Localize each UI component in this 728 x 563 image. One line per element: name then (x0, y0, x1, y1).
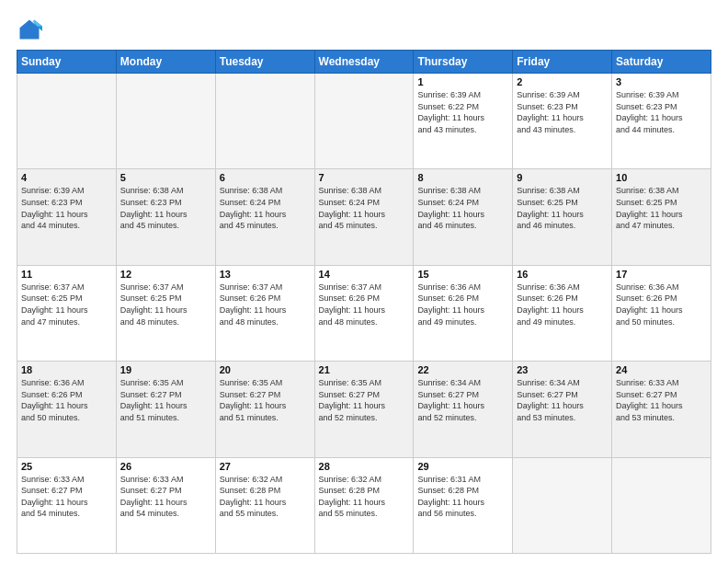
calendar-cell (612, 457, 711, 553)
calendar-cell: 9Sunrise: 6:38 AM Sunset: 6:25 PM Daylig… (513, 169, 612, 265)
calendar-cell: 18Sunrise: 6:36 AM Sunset: 6:26 PM Dayli… (17, 362, 117, 457)
day-number: 8 (417, 172, 508, 183)
day-info: Sunrise: 6:37 AM Sunset: 6:26 PM Dayligh… (220, 282, 311, 327)
day-info: Sunrise: 6:34 AM Sunset: 6:27 PM Dayligh… (417, 377, 508, 423)
day-number: 19 (120, 364, 211, 375)
day-info: Sunrise: 6:37 AM Sunset: 6:25 PM Dayligh… (120, 282, 211, 327)
calendar-cell: 25Sunrise: 6:33 AM Sunset: 6:27 PM Dayli… (17, 457, 117, 553)
header (17, 17, 711, 42)
calendar-cell: 17Sunrise: 6:36 AM Sunset: 6:26 PM Dayli… (612, 265, 711, 361)
calendar-week-row: 18Sunrise: 6:36 AM Sunset: 6:26 PM Dayli… (17, 362, 711, 457)
calendar-header-sunday: Sunday (17, 51, 117, 74)
day-number: 4 (21, 172, 112, 183)
day-number: 1 (417, 76, 508, 87)
day-info: Sunrise: 6:38 AM Sunset: 6:25 PM Dayligh… (517, 185, 608, 231)
calendar-week-row: 1Sunrise: 6:39 AM Sunset: 6:22 PM Daylig… (17, 74, 711, 169)
calendar-cell: 19Sunrise: 6:35 AM Sunset: 6:27 PM Dayli… (116, 362, 215, 457)
day-number: 14 (319, 269, 410, 280)
calendar-header-monday: Monday (116, 51, 215, 74)
day-number: 5 (120, 172, 211, 183)
calendar-cell (17, 74, 117, 169)
calendar-cell (116, 74, 215, 169)
day-number: 18 (21, 364, 112, 375)
day-info: Sunrise: 6:38 AM Sunset: 6:24 PM Dayligh… (220, 185, 311, 231)
calendar-cell: 27Sunrise: 6:32 AM Sunset: 6:28 PM Dayli… (215, 457, 314, 553)
day-number: 3 (616, 76, 707, 87)
day-number: 12 (120, 269, 211, 280)
day-number: 16 (517, 269, 608, 280)
calendar-cell: 7Sunrise: 6:38 AM Sunset: 6:24 PM Daylig… (314, 169, 414, 265)
day-number: 11 (21, 269, 112, 280)
day-info: Sunrise: 6:36 AM Sunset: 6:26 PM Dayligh… (417, 282, 508, 327)
calendar-header-saturday: Saturday (612, 51, 711, 74)
calendar-cell: 21Sunrise: 6:35 AM Sunset: 6:27 PM Dayli… (314, 362, 414, 457)
day-number: 10 (616, 172, 707, 183)
day-info: Sunrise: 6:37 AM Sunset: 6:26 PM Dayligh… (319, 282, 410, 327)
calendar-cell: 26Sunrise: 6:33 AM Sunset: 6:27 PM Dayli… (116, 457, 215, 553)
day-number: 13 (220, 269, 311, 280)
day-info: Sunrise: 6:33 AM Sunset: 6:27 PM Dayligh… (616, 377, 707, 423)
page: SundayMondayTuesdayWednesdayThursdayFrid… (0, 0, 728, 563)
day-info: Sunrise: 6:38 AM Sunset: 6:24 PM Dayligh… (319, 185, 410, 231)
calendar-cell: 14Sunrise: 6:37 AM Sunset: 6:26 PM Dayli… (314, 265, 414, 361)
calendar-cell: 23Sunrise: 6:34 AM Sunset: 6:27 PM Dayli… (513, 362, 612, 457)
day-number: 28 (319, 461, 410, 472)
day-info: Sunrise: 6:35 AM Sunset: 6:27 PM Dayligh… (120, 377, 211, 423)
day-info: Sunrise: 6:36 AM Sunset: 6:26 PM Dayligh… (21, 377, 112, 423)
day-info: Sunrise: 6:35 AM Sunset: 6:27 PM Dayligh… (319, 377, 410, 423)
day-info: Sunrise: 6:35 AM Sunset: 6:27 PM Dayligh… (220, 377, 311, 423)
calendar-week-row: 4Sunrise: 6:39 AM Sunset: 6:23 PM Daylig… (17, 169, 711, 265)
calendar-cell: 20Sunrise: 6:35 AM Sunset: 6:27 PM Dayli… (215, 362, 314, 457)
day-info: Sunrise: 6:39 AM Sunset: 6:23 PM Dayligh… (616, 89, 707, 135)
calendar-cell: 22Sunrise: 6:34 AM Sunset: 6:27 PM Dayli… (414, 362, 513, 457)
day-info: Sunrise: 6:33 AM Sunset: 6:27 PM Dayligh… (21, 474, 112, 520)
calendar-cell: 16Sunrise: 6:36 AM Sunset: 6:26 PM Dayli… (513, 265, 612, 361)
calendar-header-tuesday: Tuesday (215, 51, 314, 74)
day-number: 29 (417, 461, 508, 472)
calendar-cell: 2Sunrise: 6:39 AM Sunset: 6:23 PM Daylig… (513, 74, 612, 169)
calendar-week-row: 11Sunrise: 6:37 AM Sunset: 6:25 PM Dayli… (17, 265, 711, 361)
day-info: Sunrise: 6:31 AM Sunset: 6:28 PM Dayligh… (417, 474, 508, 520)
day-number: 26 (120, 461, 211, 472)
calendar-cell (314, 74, 414, 169)
calendar-header-wednesday: Wednesday (314, 51, 414, 74)
calendar-cell: 12Sunrise: 6:37 AM Sunset: 6:25 PM Dayli… (116, 265, 215, 361)
day-info: Sunrise: 6:38 AM Sunset: 6:23 PM Dayligh… (120, 185, 211, 231)
day-info: Sunrise: 6:39 AM Sunset: 6:22 PM Dayligh… (417, 89, 508, 135)
day-number: 20 (220, 364, 311, 375)
logo (17, 17, 46, 42)
calendar-cell: 3Sunrise: 6:39 AM Sunset: 6:23 PM Daylig… (612, 74, 711, 169)
calendar-cell: 10Sunrise: 6:38 AM Sunset: 6:25 PM Dayli… (612, 169, 711, 265)
day-number: 25 (21, 461, 112, 472)
day-number: 9 (517, 172, 608, 183)
day-info: Sunrise: 6:36 AM Sunset: 6:26 PM Dayligh… (517, 282, 608, 327)
day-number: 6 (220, 172, 311, 183)
day-number: 21 (319, 364, 410, 375)
day-info: Sunrise: 6:38 AM Sunset: 6:24 PM Dayligh… (417, 185, 508, 231)
calendar-cell: 11Sunrise: 6:37 AM Sunset: 6:25 PM Dayli… (17, 265, 117, 361)
day-info: Sunrise: 6:34 AM Sunset: 6:27 PM Dayligh… (517, 377, 608, 423)
calendar-header-friday: Friday (513, 51, 612, 74)
calendar-cell: 29Sunrise: 6:31 AM Sunset: 6:28 PM Dayli… (414, 457, 513, 553)
calendar-cell (215, 74, 314, 169)
calendar-cell: 8Sunrise: 6:38 AM Sunset: 6:24 PM Daylig… (414, 169, 513, 265)
calendar-cell: 28Sunrise: 6:32 AM Sunset: 6:28 PM Dayli… (314, 457, 414, 553)
day-info: Sunrise: 6:32 AM Sunset: 6:28 PM Dayligh… (220, 474, 311, 520)
calendar-cell: 1Sunrise: 6:39 AM Sunset: 6:22 PM Daylig… (414, 74, 513, 169)
day-info: Sunrise: 6:39 AM Sunset: 6:23 PM Dayligh… (517, 89, 608, 135)
calendar-cell (513, 457, 612, 553)
day-info: Sunrise: 6:38 AM Sunset: 6:25 PM Dayligh… (616, 185, 707, 231)
calendar-table: SundayMondayTuesdayWednesdayThursdayFrid… (17, 50, 711, 554)
day-info: Sunrise: 6:39 AM Sunset: 6:23 PM Dayligh… (21, 185, 112, 231)
calendar-header-thursday: Thursday (414, 51, 513, 74)
day-number: 2 (517, 76, 608, 87)
calendar-header-row: SundayMondayTuesdayWednesdayThursdayFrid… (17, 51, 711, 74)
day-info: Sunrise: 6:32 AM Sunset: 6:28 PM Dayligh… (319, 474, 410, 520)
calendar-cell: 4Sunrise: 6:39 AM Sunset: 6:23 PM Daylig… (17, 169, 117, 265)
day-number: 22 (417, 364, 508, 375)
calendar-week-row: 25Sunrise: 6:33 AM Sunset: 6:27 PM Dayli… (17, 457, 711, 553)
day-info: Sunrise: 6:33 AM Sunset: 6:27 PM Dayligh… (120, 474, 211, 520)
calendar-cell: 24Sunrise: 6:33 AM Sunset: 6:27 PM Dayli… (612, 362, 711, 457)
day-info: Sunrise: 6:36 AM Sunset: 6:26 PM Dayligh… (616, 282, 707, 327)
day-number: 15 (417, 269, 508, 280)
